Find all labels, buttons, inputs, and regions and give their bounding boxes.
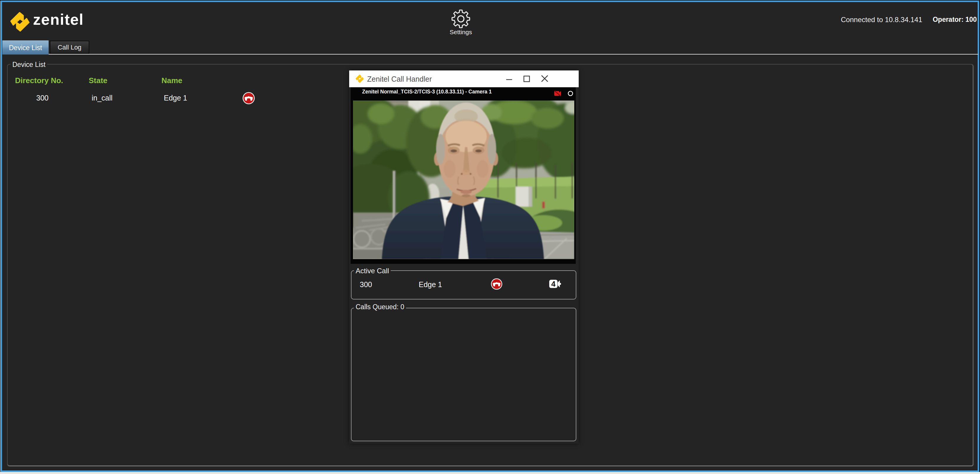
svg-text:4: 4 [551, 279, 556, 288]
